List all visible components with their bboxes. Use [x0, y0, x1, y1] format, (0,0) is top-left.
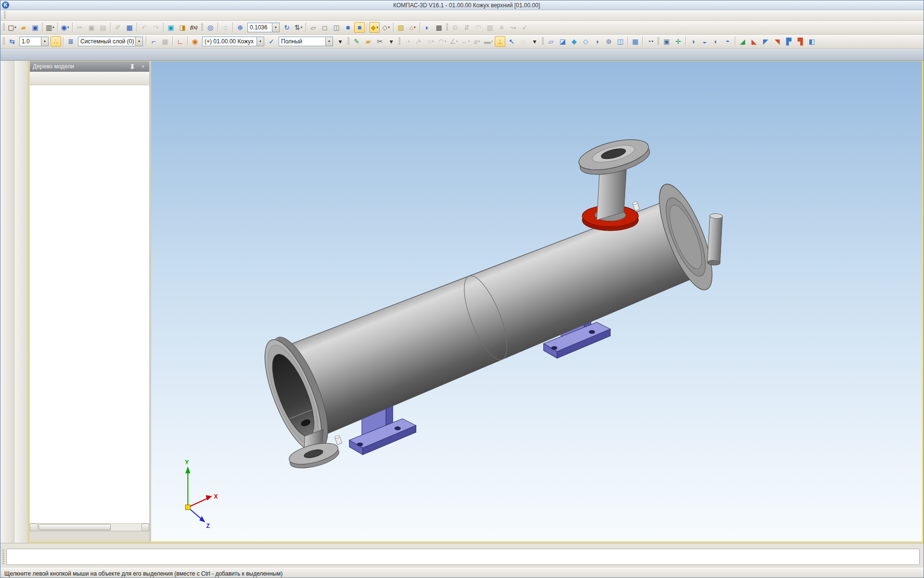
- scrollbar-thumb[interactable]: [38, 524, 111, 530]
- current-component-combo[interactable]: (+) 01.00.00 Кожух▾: [202, 37, 264, 46]
- layers[interactable]: ≣: [65, 36, 76, 47]
- task-windows[interactable]: ▣: [166, 22, 176, 33]
- scroll-left-button[interactable]: [30, 524, 38, 531]
- tree-horizontal-scrollbar[interactable]: [30, 523, 149, 531]
- open-document[interactable]: ▰: [18, 22, 29, 33]
- control-point[interactable]: ✛: [673, 36, 683, 47]
- sheet-bend-3[interactable]: ◥: [772, 36, 783, 47]
- toolbar-grip[interactable]: [542, 38, 544, 45]
- toolbar-grip[interactable]: [3, 38, 5, 45]
- rebuild-model[interactable]: ◐: [422, 22, 433, 33]
- title-bar[interactable]: K КОМПАС-3D V16.1 - 01.00.00 Кожух верхн…: [0, 0, 924, 10]
- menu-grip[interactable]: [4, 12, 6, 19]
- model-viewport[interactable]: Y X Z: [151, 61, 922, 541]
- sheet-bend-1[interactable]: ◣: [749, 36, 759, 47]
- detail-level-combo[interactable]: Полный▾: [279, 37, 333, 46]
- section-display[interactable]: ▩: [434, 22, 444, 33]
- new-sketch[interactable]: ✎: [351, 36, 362, 47]
- csys-orientation[interactable]: ∟: [175, 36, 185, 47]
- simplified-display[interactable]: ▧: [396, 22, 406, 33]
- pointer-snap[interactable]: ↖: [506, 36, 517, 47]
- boss-operation[interactable]: ⊚: [603, 36, 614, 47]
- sweep-operation[interactable]: ◖: [592, 36, 603, 47]
- scroll-right-button[interactable]: [141, 524, 149, 531]
- variables[interactable]: ◨: [177, 22, 188, 33]
- wireframe-display[interactable]: ▱: [308, 22, 319, 33]
- vessel-shell[interactable]: [275, 199, 701, 441]
- side-pipe[interactable]: [707, 213, 723, 265]
- line-weight-combo-dropdown-icon[interactable]: ▾: [41, 37, 48, 46]
- toolbar-grip[interactable]: [347, 38, 349, 45]
- sheet-close-corner[interactable]: ◧: [807, 36, 817, 47]
- refresh-image[interactable]: ↻: [282, 22, 292, 33]
- fx-variables[interactable]: f(x): [189, 22, 199, 33]
- print-preview[interactable]: ◉▾: [60, 22, 70, 33]
- nozzle-pin[interactable]: [632, 201, 640, 211]
- snap-settings[interactable]: ∴: [51, 36, 61, 47]
- pattern-operation[interactable]: ▦: [630, 36, 641, 47]
- loft-operation[interactable]: ◇: [580, 36, 591, 47]
- toolbar-separator: [393, 23, 394, 32]
- toolbar-grip[interactable]: [657, 38, 659, 45]
- sheet-plate[interactable]: ▛: [783, 36, 794, 47]
- current-component-combo-dropdown-icon[interactable]: ▾: [257, 37, 264, 46]
- detail-level-combo-dropdown-icon[interactable]: ▾: [325, 37, 333, 46]
- edit-sketch[interactable]: ✂: [374, 36, 385, 47]
- cut-extrude-operation[interactable]: ◪: [557, 36, 568, 47]
- rotate-operation-2[interactable]: ◒: [699, 36, 710, 47]
- zoom-in-out-icon: ⊕: [237, 24, 243, 31]
- panel-close-icon[interactable]: ×: [140, 63, 146, 70]
- model-tree-header[interactable]: Дерево модели ×: [30, 61, 149, 72]
- current-layer-combo[interactable]: Системный слой (0)▾: [78, 37, 143, 46]
- geometry-overflow[interactable]: ▾: [529, 36, 540, 47]
- zoom-scale-combo-dropdown-icon[interactable]: ▾: [272, 23, 279, 32]
- hidden-lines-display[interactable]: ◻: [320, 22, 330, 33]
- orientation[interactable]: ⌂▾: [407, 22, 418, 33]
- shell-operation[interactable]: ◫: [615, 36, 626, 47]
- current-layer-combo-dropdown-icon[interactable]: ▾: [135, 37, 142, 46]
- toolbar-grip[interactable]: [3, 24, 5, 31]
- toolbar2-overflow[interactable]: ▾: [335, 36, 346, 47]
- sheet-bend-2[interactable]: ◤: [760, 36, 771, 47]
- snap-perpendicular[interactable]: ⊥: [495, 36, 505, 47]
- hidden-thin-display[interactable]: ◫: [331, 22, 342, 33]
- save-document[interactable]: ▣: [30, 22, 40, 33]
- model-canvas[interactable]: Y X Z: [151, 61, 922, 541]
- quick-hide[interactable]: ◆▾: [369, 22, 380, 33]
- extrude-operation[interactable]: ▱: [546, 36, 556, 47]
- dimension-style[interactable]: ⇆: [7, 36, 17, 47]
- pan-view[interactable]: ⇅▾: [293, 22, 304, 33]
- copy-object[interactable]: ▣: [661, 36, 672, 47]
- bottom-nozzle-pin[interactable]: [334, 435, 342, 445]
- zoom-scale-combo[interactable]: 0.1036▾: [247, 23, 280, 32]
- parameters-tool[interactable]: ◔▾: [645, 36, 655, 47]
- shaded-edges-display[interactable]: ■: [354, 22, 365, 33]
- print[interactable]: ▥▾: [45, 22, 55, 33]
- shaded-display[interactable]: ■: [343, 22, 353, 33]
- property-panel-grip[interactable]: [2, 550, 4, 565]
- zoom-area[interactable]: ◌: [220, 22, 231, 33]
- zoom-in-out[interactable]: ⊕: [235, 22, 245, 33]
- rotate-operation-3[interactable]: ◐: [711, 36, 721, 47]
- component-context[interactable]: ◉: [190, 36, 200, 47]
- toolbar-grip[interactable]: [398, 38, 400, 45]
- rotate-operation-1[interactable]: ◑: [688, 36, 698, 47]
- spreadsheet[interactable]: ▦: [124, 22, 135, 33]
- scrollbar-track[interactable]: [38, 524, 141, 531]
- pin-icon[interactable]: [129, 63, 136, 70]
- rotate-operation-4[interactable]: ◓: [722, 36, 733, 47]
- local-frame[interactable]: ⌐: [148, 36, 159, 47]
- toolbar-grip[interactable]: [201, 24, 203, 31]
- sketch-overflow[interactable]: ▾: [386, 36, 397, 47]
- sketch-folder[interactable]: ▰: [363, 36, 373, 47]
- line-weight-combo[interactable]: 1.0▾: [19, 37, 49, 46]
- toolbar-grip[interactable]: [446, 24, 448, 31]
- fillet-operation[interactable]: ◢: [737, 36, 748, 47]
- sheet-corner[interactable]: ▜: [795, 36, 806, 47]
- zoom-by-frame[interactable]: ◎: [205, 22, 216, 33]
- display-mode-list[interactable]: ✓: [266, 36, 277, 47]
- extrude-operation-icon: ▱: [549, 38, 554, 45]
- revolve-operation[interactable]: ◆: [569, 36, 579, 47]
- quick-hide-components[interactable]: ◇▾: [381, 22, 391, 33]
- new-document[interactable]: ▢▾: [7, 22, 17, 33]
